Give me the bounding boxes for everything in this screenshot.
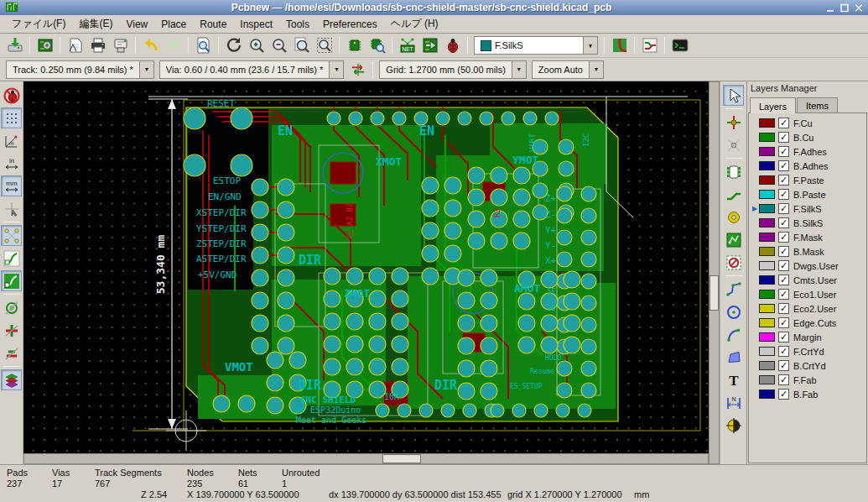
units-mm-toggle[interactable]: mm: [1, 175, 22, 196]
layer-visibility-checkbox[interactable]: ✓: [778, 389, 789, 400]
ratsnest-lines-toggle[interactable]: [1, 248, 22, 269]
layer-pair-button[interactable]: [609, 35, 630, 56]
layer-row-Eco2.User[interactable]: ✓Eco2.User: [749, 301, 866, 316]
horizontal-scrollbar-thumb[interactable]: [382, 454, 421, 463]
layer-color-swatch[interactable]: [759, 218, 775, 227]
print-button[interactable]: [87, 35, 108, 56]
layer-row-F.Fab[interactable]: ✓F.Fab: [749, 373, 866, 387]
tab-layers[interactable]: Layers: [750, 97, 796, 113]
layer-color-swatch[interactable]: [759, 247, 775, 256]
menu-item-7[interactable]: Preferences: [316, 16, 384, 33]
add-keepout-button[interactable]: [723, 252, 744, 273]
vertical-scrollbar[interactable]: [709, 81, 720, 464]
layer-row-F.Adhes[interactable]: ✓F.Adhes: [749, 144, 866, 159]
layer-color-swatch[interactable]: [759, 347, 775, 356]
layer-color-swatch[interactable]: [759, 332, 775, 342]
layer-selector[interactable]: F.SilkS ▼: [474, 36, 598, 55]
zoom-in-button[interactable]: [246, 35, 267, 56]
zoom-selection-button[interactable]: [314, 35, 335, 56]
menu-item-2[interactable]: View: [119, 16, 154, 33]
maximize-button[interactable]: [839, 3, 850, 13]
footprint-viewer-button[interactable]: [366, 35, 387, 56]
layer-row-Dwgs.User[interactable]: ✓Dwgs.User: [749, 259, 866, 273]
update-pcb-from-schematic-button[interactable]: [419, 35, 440, 56]
menu-item-6[interactable]: Tools: [279, 16, 316, 33]
layer-row-Margin[interactable]: ✓Margin: [749, 330, 866, 344]
layer-selector-dropdown-arrow[interactable]: ▼: [583, 37, 597, 54]
add-arc-button[interactable]: [723, 324, 744, 345]
layer-visibility-checkbox[interactable]: ✓: [778, 217, 789, 228]
pcb-canvas[interactable]: 53,340 mmRESETENENXMOTYMOTUARTI2CESTOPEN…: [23, 81, 709, 453]
layer-visibility-checkbox[interactable]: ✓: [778, 232, 789, 243]
layer-row-F.SilkS[interactable]: ▶✓F.SilkS: [749, 201, 866, 216]
layer-row-F.Mask[interactable]: ✓F.Mask: [749, 230, 866, 244]
layer-visibility-checkbox[interactable]: ✓: [778, 189, 789, 200]
layer-color-swatch[interactable]: [759, 161, 775, 170]
grid-selector[interactable]: Grid: 1.2700 mm (50.00 mils) ▼: [379, 60, 526, 79]
pad-outline-mode-toggle[interactable]: [1, 343, 22, 363]
layer-color-swatch[interactable]: [759, 147, 775, 156]
layer-color-swatch[interactable]: [759, 175, 775, 185]
layer-visibility-checkbox[interactable]: ✓: [778, 132, 789, 143]
curved-ratsnest-toggle[interactable]: [1, 270, 22, 291]
auto-track-width-button[interactable]: [347, 59, 368, 80]
layer-color-swatch[interactable]: [759, 233, 775, 242]
layer-color-swatch[interactable]: [759, 133, 775, 142]
undo-button[interactable]: [140, 35, 161, 56]
layers-manager-toggle[interactable]: [1, 369, 22, 390]
footprint-editor-button[interactable]: [344, 35, 365, 56]
menu-item-4[interactable]: Route: [193, 16, 233, 33]
layer-color-swatch[interactable]: [759, 118, 775, 128]
layer-visibility-checkbox[interactable]: ✓: [778, 203, 789, 214]
ratsnest-visibility-toggle[interactable]: [1, 225, 22, 246]
tab-items[interactable]: Items: [797, 97, 838, 112]
find-button[interactable]: [193, 35, 214, 56]
layer-row-F.Paste[interactable]: ✓F.Paste: [749, 173, 866, 187]
layer-color-swatch[interactable]: [759, 375, 775, 384]
track-width-dropdown-arrow[interactable]: ▼: [139, 61, 153, 78]
layer-color-swatch[interactable]: [759, 361, 775, 370]
horizontal-scrollbar[interactable]: [23, 453, 709, 464]
layer-visibility-checkbox[interactable]: ✓: [778, 275, 789, 285]
layer-visibility-checkbox[interactable]: ✓: [778, 303, 789, 314]
layer-visibility-checkbox[interactable]: ✓: [778, 317, 789, 328]
drc-button[interactable]: [442, 35, 463, 56]
layer-row-B.Fab[interactable]: ✓B.Fab: [749, 387, 866, 401]
via-outline-mode-toggle[interactable]: [1, 297, 22, 318]
highlight-net-button[interactable]: [723, 112, 744, 133]
layer-visibility-checkbox[interactable]: ✓: [778, 146, 789, 157]
layer-row-B.Adhes[interactable]: ✓B.Adhes: [749, 159, 866, 173]
add-via-button[interactable]: [723, 207, 744, 227]
refresh-view-button[interactable]: [223, 35, 244, 56]
add-target-button[interactable]: [723, 415, 744, 436]
menu-item-0[interactable]: ファイル(F): [5, 14, 72, 34]
layer-color-swatch[interactable]: [759, 204, 775, 213]
menu-item-5[interactable]: Inspect: [233, 16, 279, 33]
menu-item-1[interactable]: 編集(E): [72, 14, 119, 34]
add-circle-button[interactable]: [723, 301, 744, 322]
track-width-selector[interactable]: Track: 0.250 mm (9.84 mils) * ▼: [6, 60, 154, 79]
layer-visibility-checkbox[interactable]: ✓: [778, 346, 789, 357]
add-zone-button[interactable]: [723, 229, 744, 250]
select-tool-button[interactable]: [723, 85, 744, 106]
plot-button[interactable]: [110, 35, 131, 56]
local-ratsnest-button[interactable]: [723, 134, 744, 155]
layer-row-Cmts.User[interactable]: ✓Cmts.User: [749, 273, 866, 287]
layer-visibility-checkbox[interactable]: ✓: [778, 160, 789, 171]
layer-color-swatch[interactable]: [759, 304, 775, 313]
layer-color-swatch[interactable]: [759, 390, 775, 399]
layer-visibility-checkbox[interactable]: ✓: [778, 374, 789, 385]
layer-row-B.Cu[interactable]: ✓B.Cu: [749, 130, 866, 144]
units-inches-toggle[interactable]: in: [1, 153, 22, 174]
menu-item-3[interactable]: Place: [154, 16, 193, 33]
via-size-selector[interactable]: Via: 0.60 / 0.40 mm (23.6 / 15.7 mils) *…: [159, 60, 345, 79]
add-dimension-button[interactable]: N: [723, 392, 744, 413]
layer-color-swatch[interactable]: [759, 190, 775, 199]
layer-row-B.SilkS[interactable]: ✓B.SilkS: [749, 216, 866, 230]
layer-visibility-checkbox[interactable]: ✓: [778, 118, 789, 128]
layer-visibility-checkbox[interactable]: ✓: [778, 246, 789, 257]
board-setup-button[interactable]: [34, 35, 55, 56]
layer-color-swatch[interactable]: [759, 318, 775, 327]
layer-visibility-checkbox[interactable]: ✓: [778, 360, 789, 371]
layer-visibility-checkbox[interactable]: ✓: [778, 175, 789, 186]
